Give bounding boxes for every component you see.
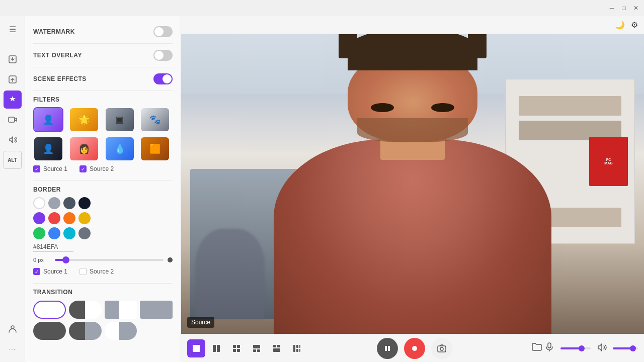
transition-1[interactable] [69,301,102,319]
svg-rect-25 [438,346,446,352]
filter-thumb-7[interactable]: 🟧 [140,136,170,161]
svg-rect-23 [388,346,390,351]
minimize-button[interactable]: ─ [608,4,616,12]
scene-effects-toggle[interactable] [153,73,173,84]
person-icon[interactable] [4,320,22,338]
header-bar: 🌙 ⚙ [181,16,644,34]
export-icon[interactable] [4,70,22,88]
color-black[interactable] [78,197,91,209]
bottom-toolbar [181,334,644,362]
color-gray-dot[interactable] [78,227,91,239]
maximize-button[interactable]: □ [620,4,628,12]
svg-point-3 [11,326,14,329]
source-badge: Source [187,317,214,328]
svg-rect-4 [193,345,200,352]
svg-rect-7 [233,345,236,348]
audio-icon[interactable] [4,131,22,149]
filter-grid-row1: 👤 🌟 ▣ 🐾 [33,107,173,132]
filter-grid-row2: 👤 👩 💧 🟧 [33,136,173,161]
pause-button[interactable] [377,338,398,359]
svg-rect-6 [217,345,220,352]
text-overlay-row: TEXT OVERLAY [33,46,173,65]
border-slider-row: 0 px [33,257,173,263]
layout-6-button[interactable] [288,339,306,357]
transition-5[interactable] [69,322,102,340]
transition-3[interactable] [140,301,173,319]
quality-slider[interactable] [613,347,638,349]
more-dots-icon[interactable]: ··· [4,340,22,358]
record-button[interactable] [404,338,425,359]
svg-rect-27 [548,343,551,348]
color-blue[interactable] [48,227,60,239]
filter-thumb-3[interactable]: 🐾 [140,107,170,132]
color-row-3 [33,227,173,239]
hex-input-row [33,242,173,252]
border-label: BORDER [33,186,173,193]
video-source-icon[interactable] [4,111,22,129]
screenshot-button[interactable] [431,338,452,359]
filter-checkboxes: ✓ Source 1 ✓ Source 2 [33,165,173,172]
svg-rect-8 [237,345,240,348]
border-source1-checkbox[interactable]: ✓ [33,268,40,275]
layout-4-button[interactable] [248,339,266,357]
volume-slider[interactable] [560,347,591,349]
color-white[interactable] [33,197,45,209]
settings-gear-icon[interactable]: ⚙ [631,20,638,30]
color-green[interactable] [33,227,45,239]
watermark-toggle[interactable] [153,26,173,37]
hex-input[interactable] [33,242,73,252]
effects-icon[interactable] [4,90,22,109]
filter-thumb-4[interactable]: 👤 [33,136,63,161]
filter-thumb-5[interactable]: 👩 [69,136,99,161]
filter-source2-label: Source 2 [90,165,114,172]
menu-icon[interactable]: ☰ [4,20,22,38]
watermark-row: WATERMARK [33,22,173,41]
text-overlay-toggle[interactable] [153,50,173,61]
border-checkboxes: ✓ Source 1 Source 2 [33,268,173,275]
svg-point-26 [440,347,443,350]
color-cyan[interactable] [63,227,75,239]
speaker-button[interactable] [597,342,607,354]
filter-source1-checkbox[interactable]: ✓ [33,165,40,172]
color-red[interactable] [48,212,60,224]
transition-6[interactable] [105,322,137,340]
color-dark-gray[interactable] [63,197,75,209]
border-source1-label: Source 1 [43,268,67,275]
svg-rect-15 [277,345,280,347]
filter-source1-label: Source 1 [43,165,67,172]
filter-thumb-0[interactable]: 👤 [33,107,63,132]
layout-2-button[interactable] [207,339,225,357]
scene-effects-label: SCENE EFFECTS [33,75,87,82]
alt-icon[interactable]: ALT [4,151,22,169]
filter-thumb-2[interactable]: ▣ [105,107,135,132]
svg-rect-17 [293,345,295,352]
transition-4[interactable] [33,322,66,340]
border-px-label: 0 px [33,257,51,263]
close-button[interactable]: ✕ [632,4,640,12]
border-source2-checkbox[interactable] [79,268,87,275]
color-purple[interactable] [33,212,45,224]
import-icon[interactable] [4,50,22,68]
transition-2[interactable] [105,301,137,319]
filter-thumb-6[interactable]: 💧 [105,136,135,161]
titlebar: ─ □ ✕ [0,0,644,16]
color-light-gray[interactable] [48,197,60,209]
transition-0[interactable] [33,301,66,319]
color-orange[interactable] [63,212,75,224]
filter-thumb-1[interactable]: 🌟 [69,107,99,132]
folder-button[interactable] [531,341,542,355]
border-slider[interactable] [55,259,164,261]
svg-point-24 [412,346,417,351]
svg-rect-22 [385,346,387,351]
video-preview: PCMAG [181,34,644,334]
svg-rect-21 [299,349,300,352]
mic-button[interactable] [544,342,554,354]
color-yellow[interactable] [78,212,91,224]
content-area: 🌙 ⚙ PCMAG [181,16,644,362]
layout-1-button[interactable] [187,339,205,357]
moon-icon[interactable]: 🌙 [615,20,625,30]
color-row-2 [33,212,173,224]
layout-5-button[interactable] [268,339,286,357]
filter-source2-checkbox[interactable]: ✓ [79,165,87,172]
layout-3-button[interactable] [227,339,246,357]
